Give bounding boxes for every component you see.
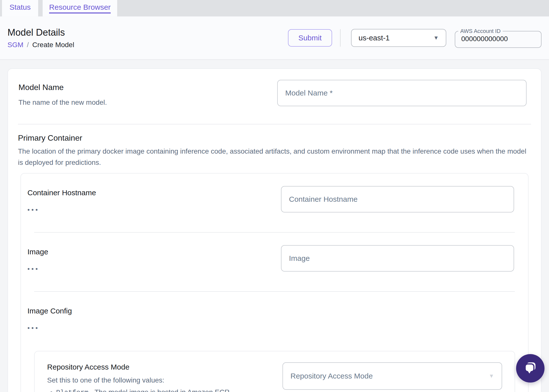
image-config-labels: Image Config •••: [27, 304, 72, 332]
model-name-input[interactable]: [277, 80, 527, 106]
header-divider: [340, 29, 341, 47]
primary-container-label: Primary Container: [18, 133, 531, 143]
tab-status-label: Status: [9, 3, 31, 13]
primary-container-description: The location of the primary docker image…: [18, 146, 531, 168]
model-name-row: Model Name The name of the new model.: [15, 69, 534, 124]
image-config-card: Repository Access Mode Set this to one o…: [34, 351, 515, 392]
model-name-description: The name of the new model.: [18, 98, 107, 106]
container-hostname-expander-button[interactable]: •••: [27, 206, 39, 214]
chat-launcher-button[interactable]: [516, 354, 545, 383]
app-root: Status Resource Browser Model Details SG…: [0, 0, 549, 392]
tab-resource-browser[interactable]: Resource Browser: [43, 0, 117, 16]
chevron-down-icon: ▼: [433, 35, 439, 41]
image-config-row: Image Config •••: [27, 292, 522, 332]
option-text: - The model image is hosted in Amazon EC…: [89, 388, 232, 392]
tab-status[interactable]: Status: [2, 0, 38, 16]
container-hostname-input[interactable]: [281, 186, 514, 212]
breadcrumb-current: Create Model: [32, 41, 74, 49]
page-header-left: Model Details SGM / Create Model: [7, 27, 74, 49]
aws-account-id-input[interactable]: [455, 34, 541, 47]
image-label: Image: [27, 248, 48, 256]
region-select-value: us-east-1: [359, 34, 390, 42]
repository-access-mode-description: Set this to one of the following values:: [47, 376, 282, 384]
aws-account-id-field: AWS Account ID: [455, 28, 542, 48]
list-item: Platform - The model image is hosted in …: [56, 387, 282, 392]
region-select[interactable]: us-east-1 ▼: [351, 29, 446, 47]
breadcrumb: SGM / Create Model: [7, 41, 74, 49]
tab-resource-browser-label: Resource Browser: [49, 3, 111, 13]
repository-access-mode-select[interactable]: Repository Access Mode ▼: [282, 362, 502, 390]
model-name-labels: Model Name The name of the new model.: [18, 80, 107, 106]
image-expander-button[interactable]: •••: [27, 265, 39, 273]
repository-access-mode-labels: Repository Access Mode Set this to one o…: [47, 362, 282, 392]
option-code: Platform: [56, 389, 89, 392]
primary-container-section: Primary Container The location of the pr…: [15, 124, 534, 392]
breadcrumb-parent-link[interactable]: SGM: [7, 41, 23, 49]
container-hostname-labels: Container Hostname •••: [27, 186, 96, 214]
image-config-expander-button[interactable]: •••: [27, 324, 39, 332]
container-hostname-label: Container Hostname: [27, 189, 96, 197]
image-input[interactable]: [281, 245, 514, 272]
page-header: Model Details SGM / Create Model Submit …: [0, 16, 549, 60]
chevron-down-icon: ▼: [489, 373, 494, 379]
model-name-label: Model Name: [18, 83, 107, 92]
chat-icon: [523, 361, 538, 376]
page-header-actions: Submit us-east-1 ▼ AWS Account ID: [288, 28, 542, 48]
page-title: Model Details: [7, 27, 74, 38]
repository-access-mode-options-list: Platform - The model image is hosted in …: [47, 387, 282, 392]
content-area: Model Name The name of the new model. Pr…: [0, 60, 549, 392]
breadcrumb-separator: /: [27, 41, 29, 49]
primary-container-card: Container Hostname ••• Image •••: [20, 173, 529, 392]
image-labels: Image •••: [27, 245, 48, 273]
tab-bar: Status Resource Browser: [0, 0, 549, 16]
model-details-card: Model Name The name of the new model. Pr…: [7, 68, 542, 392]
repository-access-mode-row: Repository Access Mode Set this to one o…: [47, 362, 502, 392]
container-hostname-row: Container Hostname •••: [27, 174, 522, 232]
aws-account-id-label: AWS Account ID: [458, 28, 503, 34]
repository-access-mode-label: Repository Access Mode: [47, 363, 282, 371]
repository-access-mode-placeholder: Repository Access Mode: [290, 372, 373, 380]
submit-button[interactable]: Submit: [288, 29, 332, 47]
image-config-label: Image Config: [27, 307, 72, 315]
image-row: Image •••: [27, 233, 522, 291]
